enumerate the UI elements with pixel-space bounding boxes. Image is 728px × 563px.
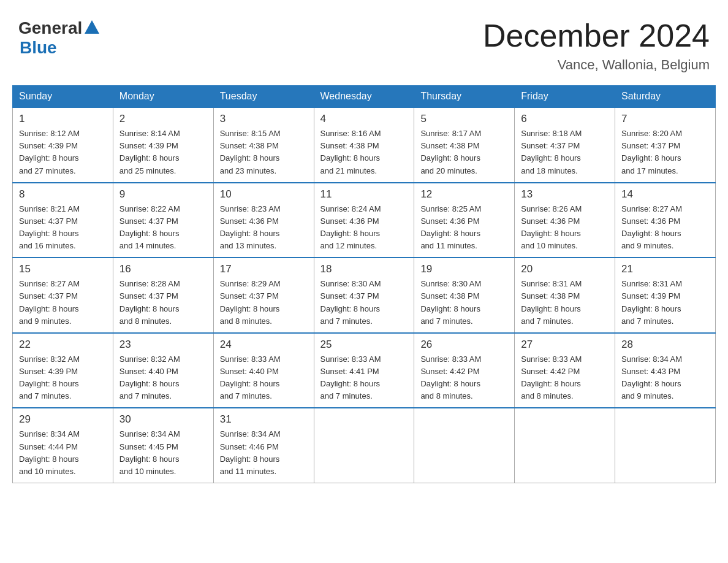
day-cell: 31Sunrise: 8:34 AMSunset: 4:46 PMDayligh… (213, 408, 314, 483)
calendar-table: SundayMondayTuesdayWednesdayThursdayFrid… (12, 85, 716, 483)
day-cell: 26Sunrise: 8:33 AMSunset: 4:42 PMDayligh… (414, 333, 515, 408)
header-cell-sunday: Sunday (13, 86, 113, 108)
day-number: 6 (521, 113, 609, 125)
day-info: Sunrise: 8:33 AMSunset: 4:42 PMDaylight:… (420, 353, 508, 403)
day-info: Sunrise: 8:14 AMSunset: 4:39 PMDaylight:… (119, 128, 207, 177)
day-info: Sunrise: 8:22 AMSunset: 4:37 PMDaylight:… (119, 203, 207, 253)
day-number: 17 (220, 263, 308, 275)
day-cell: 13Sunrise: 8:26 AMSunset: 4:36 PMDayligh… (515, 183, 615, 258)
header-cell-wednesday: Wednesday (314, 86, 414, 108)
day-cell: 27Sunrise: 8:33 AMSunset: 4:42 PMDayligh… (515, 333, 615, 408)
title-block: December 2024 Vance, Wallonia, Belgium (483, 18, 710, 73)
day-info: Sunrise: 8:12 AMSunset: 4:39 PMDaylight:… (19, 128, 107, 177)
day-cell: 20Sunrise: 8:31 AMSunset: 4:38 PMDayligh… (515, 258, 615, 333)
day-number: 11 (320, 188, 408, 201)
logo: General Blue (18, 18, 100, 58)
day-number: 7 (621, 113, 709, 125)
day-cell: 21Sunrise: 8:31 AMSunset: 4:39 PMDayligh… (615, 258, 716, 333)
day-cell: 25Sunrise: 8:33 AMSunset: 4:41 PMDayligh… (314, 333, 414, 408)
day-cell: 10Sunrise: 8:23 AMSunset: 4:36 PMDayligh… (213, 183, 314, 258)
day-number: 16 (119, 263, 207, 275)
day-cell: 18Sunrise: 8:30 AMSunset: 4:37 PMDayligh… (314, 258, 414, 333)
day-info: Sunrise: 8:34 AMSunset: 4:43 PMDaylight:… (621, 353, 709, 403)
day-number: 25 (320, 339, 408, 351)
day-info: Sunrise: 8:33 AMSunset: 4:40 PMDaylight:… (220, 353, 308, 403)
day-number: 13 (521, 188, 609, 201)
svg-marker-0 (85, 20, 99, 34)
day-info: Sunrise: 8:27 AMSunset: 4:36 PMDaylight:… (621, 203, 709, 253)
day-cell: 12Sunrise: 8:25 AMSunset: 4:36 PMDayligh… (414, 183, 515, 258)
day-info: Sunrise: 8:34 AMSunset: 4:44 PMDaylight:… (19, 428, 107, 478)
day-cell: 22Sunrise: 8:32 AMSunset: 4:39 PMDayligh… (13, 333, 113, 408)
logo-blue-text: Blue (20, 38, 57, 58)
day-info: Sunrise: 8:21 AMSunset: 4:37 PMDaylight:… (19, 203, 107, 253)
day-cell: 3Sunrise: 8:15 AMSunset: 4:38 PMDaylight… (213, 107, 314, 183)
day-cell: 28Sunrise: 8:34 AMSunset: 4:43 PMDayligh… (615, 333, 716, 408)
header-cell-tuesday: Tuesday (213, 86, 314, 108)
day-number: 24 (220, 339, 308, 351)
day-number: 21 (621, 263, 709, 275)
logo-line1: General (18, 18, 100, 38)
day-number: 14 (621, 188, 709, 201)
day-number: 8 (19, 188, 107, 201)
day-number: 30 (119, 413, 207, 426)
day-info: Sunrise: 8:15 AMSunset: 4:38 PMDaylight:… (220, 128, 308, 177)
logo-triangle-icon (83, 19, 100, 36)
day-number: 28 (621, 339, 709, 351)
header-row: SundayMondayTuesdayWednesdayThursdayFrid… (13, 86, 716, 108)
day-number: 20 (521, 263, 609, 275)
day-info: Sunrise: 8:28 AMSunset: 4:37 PMDaylight:… (119, 278, 207, 327)
day-number: 31 (220, 413, 308, 426)
header-cell-thursday: Thursday (414, 86, 515, 108)
day-cell: 8Sunrise: 8:21 AMSunset: 4:37 PMDaylight… (13, 183, 113, 258)
day-number: 12 (420, 188, 508, 201)
day-cell: 15Sunrise: 8:27 AMSunset: 4:37 PMDayligh… (13, 258, 113, 333)
week-row-3: 15Sunrise: 8:27 AMSunset: 4:37 PMDayligh… (13, 258, 716, 333)
day-info: Sunrise: 8:34 AMSunset: 4:45 PMDaylight:… (119, 428, 207, 478)
day-cell: 5Sunrise: 8:17 AMSunset: 4:38 PMDaylight… (414, 107, 515, 183)
day-info: Sunrise: 8:33 AMSunset: 4:42 PMDaylight:… (521, 353, 609, 403)
day-info: Sunrise: 8:20 AMSunset: 4:37 PMDaylight:… (621, 128, 709, 177)
day-info: Sunrise: 8:32 AMSunset: 4:40 PMDaylight:… (119, 353, 207, 403)
day-cell: 14Sunrise: 8:27 AMSunset: 4:36 PMDayligh… (615, 183, 716, 258)
day-cell: 11Sunrise: 8:24 AMSunset: 4:36 PMDayligh… (314, 183, 414, 258)
day-number: 22 (19, 339, 107, 351)
week-row-2: 8Sunrise: 8:21 AMSunset: 4:37 PMDaylight… (13, 183, 716, 258)
calendar-subtitle: Vance, Wallonia, Belgium (483, 57, 710, 73)
day-cell: 4Sunrise: 8:16 AMSunset: 4:38 PMDaylight… (314, 107, 414, 183)
header-cell-friday: Friday (515, 86, 615, 108)
day-cell: 17Sunrise: 8:29 AMSunset: 4:37 PMDayligh… (213, 258, 314, 333)
day-info: Sunrise: 8:24 AMSunset: 4:36 PMDaylight:… (320, 203, 408, 253)
header-cell-saturday: Saturday (615, 86, 716, 108)
day-number: 27 (521, 339, 609, 351)
day-info: Sunrise: 8:18 AMSunset: 4:37 PMDaylight:… (521, 128, 609, 177)
day-info: Sunrise: 8:33 AMSunset: 4:41 PMDaylight:… (320, 353, 408, 403)
day-number: 4 (320, 113, 408, 125)
day-cell: 9Sunrise: 8:22 AMSunset: 4:37 PMDaylight… (113, 183, 213, 258)
week-row-4: 22Sunrise: 8:32 AMSunset: 4:39 PMDayligh… (13, 333, 716, 408)
week-row-5: 29Sunrise: 8:34 AMSunset: 4:44 PMDayligh… (13, 408, 716, 483)
day-cell (414, 408, 515, 483)
day-number: 19 (420, 263, 508, 275)
day-cell: 30Sunrise: 8:34 AMSunset: 4:45 PMDayligh… (113, 408, 213, 483)
day-number: 2 (119, 113, 207, 125)
day-info: Sunrise: 8:16 AMSunset: 4:38 PMDaylight:… (320, 128, 408, 177)
day-info: Sunrise: 8:29 AMSunset: 4:37 PMDaylight:… (220, 278, 308, 327)
week-row-1: 1Sunrise: 8:12 AMSunset: 4:39 PMDaylight… (13, 107, 716, 183)
day-info: Sunrise: 8:32 AMSunset: 4:39 PMDaylight:… (19, 353, 107, 403)
day-cell (615, 408, 716, 483)
day-number: 18 (320, 263, 408, 275)
day-number: 23 (119, 339, 207, 351)
calendar-title: December 2024 (483, 18, 710, 53)
page-header: General Blue December 2024 Vance, Wallon… (12, 12, 716, 73)
day-info: Sunrise: 8:26 AMSunset: 4:36 PMDaylight:… (521, 203, 609, 253)
day-number: 5 (420, 113, 508, 125)
day-info: Sunrise: 8:31 AMSunset: 4:38 PMDaylight:… (521, 278, 609, 327)
day-cell: 7Sunrise: 8:20 AMSunset: 4:37 PMDaylight… (615, 107, 716, 183)
day-cell (314, 408, 414, 483)
day-number: 26 (420, 339, 508, 351)
day-cell: 29Sunrise: 8:34 AMSunset: 4:44 PMDayligh… (13, 408, 113, 483)
day-number: 9 (119, 188, 207, 201)
day-info: Sunrise: 8:30 AMSunset: 4:37 PMDaylight:… (320, 278, 408, 327)
day-number: 29 (19, 413, 107, 426)
